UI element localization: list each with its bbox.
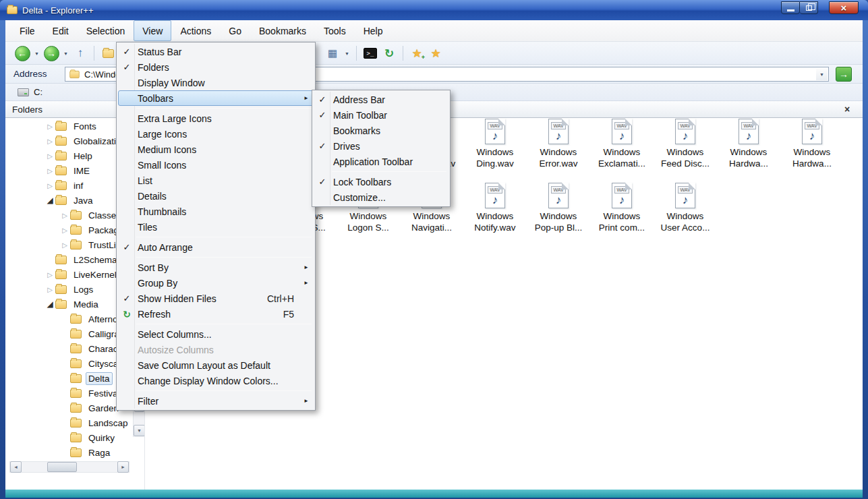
menubar-item-tools[interactable]: Tools: [315, 20, 355, 41]
menu-item-drives[interactable]: ✓Drives: [314, 138, 449, 154]
forward-dropdown[interactable]: ▼: [61, 44, 70, 63]
file-item-windows-print-com[interactable]: WAV♪WindowsPrint com...: [590, 183, 654, 233]
file-item-windows-feed-disc[interactable]: WAV♪WindowsFeed Disc...: [654, 119, 717, 169]
menu-item-small-icons[interactable]: Small Icons: [118, 157, 314, 173]
menubar-item-help[interactable]: Help: [355, 20, 392, 41]
go-button[interactable]: →: [836, 67, 852, 82]
menu-item-folders[interactable]: ✓Folders: [118, 59, 314, 75]
horizontal-scroll-track[interactable]: [22, 462, 117, 472]
tree-item-calligra[interactable]: Calligra: [5, 326, 134, 341]
menu-item-tiles[interactable]: Tiles: [118, 219, 314, 235]
tree-item-globalizati[interactable]: ▷Globalizati: [5, 134, 134, 148]
tree-item-landscap[interactable]: Landscap: [5, 415, 134, 430]
tree-item-help[interactable]: ▷Help: [5, 148, 134, 163]
tree-item-charact[interactable]: Charact: [5, 341, 134, 356]
menu-item-toolbars[interactable]: Toolbars►: [118, 90, 314, 106]
file-item-windows-user-acco[interactable]: WAV♪WindowsUser Acco...: [654, 183, 717, 233]
file-item-windows-hardwa[interactable]: WAV♪WindowsHardwa...: [780, 119, 844, 169]
tree-item-livekernel[interactable]: ▷LiveKernel: [5, 267, 134, 282]
file-item-windows-error-wav[interactable]: WAV♪WindowsError.wav: [527, 119, 590, 169]
collapsed-arrow-icon[interactable]: ▷: [59, 241, 70, 249]
tree-item-l2schema[interactable]: L2Schema: [5, 252, 134, 267]
horizontal-scroll-thumb[interactable]: [47, 462, 77, 472]
forward-button[interactable]: →: [42, 44, 60, 63]
tree-item-citysca[interactable]: Citysca: [5, 356, 134, 371]
menubar-item-file[interactable]: File: [11, 20, 44, 41]
menu-item-display-window[interactable]: Display Window: [118, 75, 314, 90]
add-bookmark-button[interactable]: ★+: [408, 44, 426, 63]
drive-button-c[interactable]: C:: [13, 86, 47, 98]
file-item-windows-notify-wav[interactable]: WAV♪WindowsNotify.wav: [463, 183, 527, 233]
menu-item-thumbnails[interactable]: Thumbnails: [118, 204, 314, 219]
tree-item-logs[interactable]: ▷Logs: [5, 282, 134, 297]
views-button[interactable]: ▦: [324, 44, 341, 63]
menubar-item-actions[interactable]: Actions: [171, 20, 220, 41]
tree-item-quirky[interactable]: Quirky: [5, 430, 134, 445]
refresh-button[interactable]: ↻: [380, 44, 398, 63]
bookmarks-button[interactable]: ★: [427, 44, 444, 63]
collapsed-arrow-icon[interactable]: ▷: [45, 271, 55, 278]
tree-item-classes[interactable]: ▷Classes: [5, 208, 134, 223]
collapsed-arrow-icon[interactable]: ▷: [59, 227, 70, 234]
scroll-right-button[interactable]: ►: [117, 461, 129, 473]
menubar-item-selection[interactable]: Selection: [78, 20, 134, 41]
minimize-button[interactable]: [781, 1, 800, 14]
folders-toggle-button[interactable]: [99, 44, 117, 63]
tree-item-garden[interactable]: Garden: [5, 401, 134, 415]
menu-item-large-icons[interactable]: Large Icons: [118, 126, 314, 142]
file-item-windows-exclamati[interactable]: WAV♪WindowsExclamati...: [590, 119, 654, 169]
menu-item-auto-arrange[interactable]: ✓Auto Arrange: [118, 239, 314, 255]
tree-item-java[interactable]: ◢Java: [5, 193, 134, 208]
menu-item-medium-icons[interactable]: Medium Icons: [118, 142, 314, 157]
close-button[interactable]: ×: [829, 1, 859, 14]
menu-item-status-bar[interactable]: ✓Status Bar: [118, 44, 314, 59]
tree-item-delta[interactable]: Delta: [5, 371, 134, 386]
collapsed-arrow-icon[interactable]: ▷: [45, 182, 55, 189]
file-item-windows-ding-wav[interactable]: WAV♪WindowsDing.wav: [463, 119, 527, 169]
collapsed-arrow-icon[interactable]: ▷: [45, 286, 55, 293]
menubar-item-edit[interactable]: Edit: [44, 20, 78, 41]
scroll-down-button[interactable]: ▼: [134, 425, 145, 436]
tree-item-inf[interactable]: ▷inf: [5, 178, 134, 193]
menu-item-lock-toolbars[interactable]: ✓Lock Toolbars: [314, 174, 449, 189]
tree-item-raga[interactable]: Raga: [5, 445, 134, 460]
tree-item-media[interactable]: ◢Media: [5, 297, 134, 312]
menu-item-select-columns[interactable]: Select Columns...: [118, 326, 314, 342]
file-item-windows-pop-up-bl[interactable]: WAV♪WindowsPop-up Bl...: [527, 183, 590, 233]
menu-item-sort-by[interactable]: Sort By►: [118, 260, 314, 275]
menu-item-address-bar[interactable]: ✓Address Bar: [314, 92, 449, 107]
collapsed-arrow-icon[interactable]: ▷: [59, 212, 70, 219]
restore-button[interactable]: [800, 1, 818, 14]
tree-item-afterno[interactable]: Afterno: [5, 312, 134, 326]
menubar-item-bookmarks[interactable]: Bookmarks: [250, 20, 315, 41]
tree-horizontal-scrollbar[interactable]: ◄ ►: [9, 461, 129, 473]
collapsed-arrow-icon[interactable]: ▷: [45, 123, 55, 130]
tree-item-ime[interactable]: ▷IME: [5, 163, 134, 178]
collapsed-arrow-icon[interactable]: ▷: [45, 138, 55, 145]
address-dropdown[interactable]: ▼: [816, 68, 828, 80]
expanded-arrow-icon[interactable]: ◢: [45, 196, 55, 205]
tree-item-packag[interactable]: ▷Packag: [5, 223, 134, 237]
tab-close-button[interactable]: ×: [841, 103, 853, 115]
menu-item-list[interactable]: List: [118, 173, 314, 188]
tree-item-festiva[interactable]: Festiva: [5, 386, 134, 401]
menubar-item-go[interactable]: Go: [220, 20, 250, 41]
tree-item-trustlib[interactable]: ▷TrustLib: [5, 237, 134, 252]
menu-item-main-toolbar[interactable]: ✓Main Toolbar: [314, 107, 449, 123]
menu-item-details[interactable]: Details: [118, 188, 314, 204]
back-button[interactable]: ←: [13, 44, 31, 63]
collapsed-arrow-icon[interactable]: ▷: [45, 167, 55, 175]
up-button[interactable]: ↑: [71, 44, 89, 63]
command-prompt-button[interactable]: >_: [361, 44, 379, 63]
scroll-left-button[interactable]: ◄: [10, 461, 22, 473]
menubar-item-view[interactable]: View: [134, 20, 171, 41]
collapsed-arrow-icon[interactable]: ▷: [45, 152, 55, 160]
back-dropdown[interactable]: ▼: [32, 44, 41, 63]
menu-item-save-column-layout-as-default[interactable]: Save Column Layout as Default: [118, 357, 314, 373]
menu-item-customize[interactable]: Customize...: [314, 189, 449, 205]
menu-item-group-by[interactable]: Group By►: [118, 275, 314, 291]
menu-item-show-hidden-files[interactable]: ✓Show Hidden FilesCtrl+H: [118, 291, 314, 306]
expanded-arrow-icon[interactable]: ◢: [45, 299, 55, 309]
menu-item-refresh[interactable]: ↻RefreshF5: [118, 306, 314, 322]
menu-item-change-display-window-colors[interactable]: Change Display Window Colors...: [118, 373, 314, 388]
